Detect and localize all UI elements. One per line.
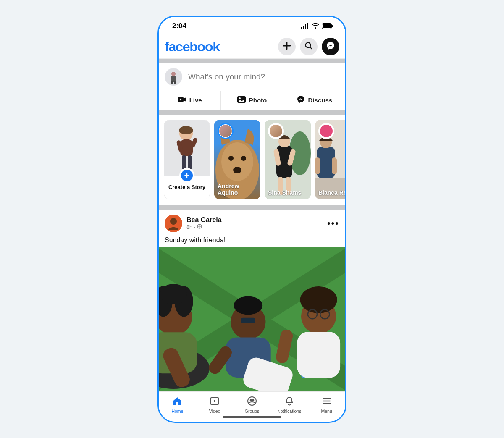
photo-button[interactable]: Photo <box>220 91 283 110</box>
composer-actions: Live Photo Discuss <box>159 91 345 110</box>
feed-post: Bea Garcia 8h · ••• Sunday with friends! <box>159 210 345 391</box>
groups-icon <box>247 396 257 407</box>
nav-groups-label: Groups <box>245 409 259 414</box>
discuss-button[interactable]: Discuss <box>283 91 345 110</box>
live-icon <box>178 96 186 104</box>
svg-point-30 <box>233 167 242 173</box>
svg-rect-0 <box>301 27 302 29</box>
svg-point-45 <box>170 218 177 225</box>
svg-rect-6 <box>332 25 333 27</box>
svg-rect-42 <box>315 157 320 174</box>
svg-rect-2 <box>305 24 306 29</box>
search-icon <box>304 42 313 52</box>
messenger-icon <box>326 42 335 52</box>
nav-notifications[interactable]: Notifications <box>270 396 308 414</box>
search-button[interactable] <box>300 38 318 55</box>
create-post-button[interactable] <box>278 38 296 55</box>
svg-rect-12 <box>174 81 176 84</box>
story-card[interactable]: Sina Shams <box>265 120 311 199</box>
nav-home-label: Home <box>171 409 183 414</box>
story-avatar <box>218 123 234 139</box>
nav-menu-label: Menu <box>321 409 332 414</box>
svg-rect-10 <box>171 76 176 82</box>
story-card[interactable]: Andrew Aquino <box>214 120 260 199</box>
app-header: facebook <box>159 35 345 59</box>
photo-label: Photo <box>249 97 267 104</box>
post-meta: 8h · <box>186 224 222 230</box>
post-menu-button[interactable]: ••• <box>327 218 339 229</box>
svg-point-57 <box>234 296 263 315</box>
battery-icon <box>322 23 333 29</box>
stories-row[interactable]: + Create a Story Andrew Aquino Sina Sham… <box>159 115 345 205</box>
svg-rect-43 <box>332 157 337 174</box>
chat-icon <box>297 96 305 105</box>
nav-groups[interactable]: Groups <box>234 396 271 414</box>
story-name: Sina Shams <box>268 189 307 196</box>
svg-point-19 <box>179 126 193 134</box>
facebook-logo: facebook <box>165 39 220 55</box>
post-author-name[interactable]: Bea Garcia <box>186 216 222 224</box>
svg-rect-24 <box>188 155 192 170</box>
nav-video-label: Video <box>209 409 220 414</box>
post-author-avatar[interactable] <box>165 215 182 232</box>
live-button[interactable]: Live <box>159 91 220 110</box>
story-avatar <box>318 123 334 139</box>
phone-frame: 2:04 facebook <box>158 16 346 423</box>
plus-icon: + <box>179 168 194 183</box>
story-card[interactable]: Bianca Romu <box>315 120 345 199</box>
composer-input[interactable] <box>188 72 339 81</box>
photo-icon <box>237 96 246 104</box>
composer <box>159 63 345 91</box>
divider <box>159 110 345 115</box>
post-image[interactable] <box>159 247 345 391</box>
svg-rect-1 <box>303 26 304 29</box>
status-bar: 2:04 <box>159 17 345 35</box>
svg-point-64 <box>300 286 337 313</box>
cellular-icon <box>301 23 309 29</box>
svg-point-70 <box>248 397 256 405</box>
live-label: Live <box>189 97 202 104</box>
svg-rect-67 <box>297 331 340 378</box>
svg-point-16 <box>239 97 241 99</box>
globe-icon <box>197 224 202 230</box>
svg-point-14 <box>179 99 181 100</box>
svg-rect-23 <box>182 155 186 170</box>
svg-point-72 <box>252 399 255 401</box>
svg-point-53 <box>160 283 187 304</box>
nav-notifications-label: Notifications <box>277 409 301 414</box>
svg-point-9 <box>171 72 176 76</box>
divider <box>159 59 345 63</box>
post-age: 8h <box>186 224 192 230</box>
messenger-button[interactable] <box>322 38 339 55</box>
story-avatar <box>268 123 284 139</box>
story-name: Bianca Romu <box>318 189 345 196</box>
home-indicator[interactable] <box>223 416 281 418</box>
status-time: 2:04 <box>172 22 186 30</box>
menu-icon <box>322 396 332 407</box>
bell-icon <box>284 396 294 407</box>
svg-point-71 <box>250 399 252 401</box>
svg-point-29 <box>241 156 246 161</box>
svg-rect-5 <box>323 24 331 28</box>
svg-rect-3 <box>307 23 308 29</box>
home-icon <box>172 396 182 407</box>
video-icon <box>210 396 220 407</box>
nav-home[interactable]: Home <box>159 396 196 414</box>
discuss-label: Discuss <box>308 97 333 104</box>
story-name: Andrew Aquino <box>218 183 257 196</box>
nav-video[interactable]: Video <box>196 396 234 414</box>
self-avatar[interactable] <box>165 68 182 86</box>
wifi-icon <box>312 23 319 29</box>
svg-rect-58 <box>241 317 255 323</box>
svg-rect-11 <box>171 81 173 84</box>
nav-menu[interactable]: Menu <box>308 396 345 414</box>
svg-point-27 <box>221 142 253 181</box>
divider <box>159 205 345 210</box>
svg-point-28 <box>228 156 234 161</box>
plus-icon <box>283 42 291 52</box>
post-text: Sunday with friends! <box>159 232 345 247</box>
create-story-card[interactable]: + Create a Story <box>164 120 210 199</box>
